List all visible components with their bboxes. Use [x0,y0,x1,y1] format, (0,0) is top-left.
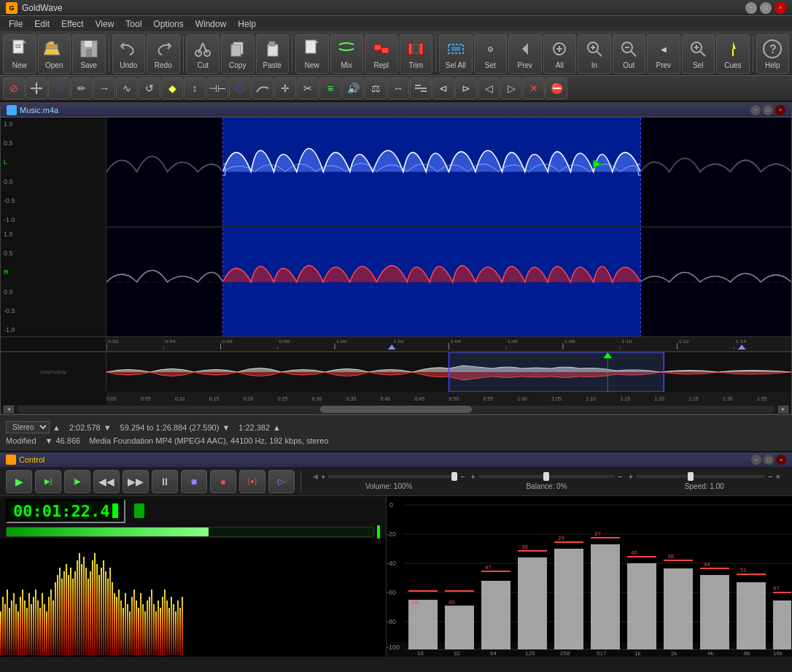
rewind-button[interactable]: ◀◀ [93,470,120,493]
bal-plus[interactable]: + [470,472,475,481]
hscale-button[interactable]: ⊣⊢ [206,77,228,99]
zoomin-button[interactable]: In [578,34,611,74]
cross-button[interactable]: ✛ [274,77,296,99]
mark4-button[interactable]: ▷ [500,77,522,99]
wf-min[interactable]: − [750,105,761,115]
zoomall-button[interactable]: All [543,34,577,74]
env-button[interactable] [252,77,273,99]
help-button[interactable]: ? Help [756,34,790,74]
select-button[interactable]: ○ [48,77,70,99]
wf-max[interactable]: □ [763,105,773,115]
maximize-button[interactable]: □ [760,2,772,14]
block-button[interactable]: ⛔ [546,77,567,99]
fx-button[interactable] [410,77,432,99]
scroll-right[interactable]: ▸ [778,406,788,413]
menu-window[interactable]: Window [190,18,233,31]
vol-minus[interactable]: − [460,472,465,481]
spd-cross[interactable]: × [776,472,780,481]
wf-close[interactable]: × [775,105,785,115]
new2-button[interactable]: New [295,34,329,74]
pencil-button[interactable]: ✏ [71,77,93,99]
record-button[interactable]: ● [210,470,236,493]
mode-button[interactable]: ·▷· [268,470,295,493]
stop-button[interactable]: ■ [181,470,207,493]
move-button[interactable] [26,77,47,99]
bal-button[interactable]: ⚖ [365,77,387,99]
spd-plus[interactable]: + [629,472,633,481]
volume-track[interactable] [328,475,457,478]
stop-all-button[interactable]: ⊘ [3,77,25,99]
play-button[interactable]: ▶ [6,470,32,493]
selall-button[interactable]: Sel All [439,34,473,74]
replace-button[interactable]: Repl [365,34,398,74]
arrow-button[interactable]: → [93,77,115,99]
cut2-button[interactable]: ✂ [297,77,319,99]
close-button[interactable]: × [774,2,786,14]
cursor-dropdown[interactable]: ▲ [273,423,281,432]
duration-dropdown[interactable]: ▼ [104,423,112,432]
prev2-button[interactable]: ◀ Prev [647,34,680,74]
minimize-button[interactable]: − [745,2,757,14]
paste-button[interactable]: Paste [256,34,290,74]
ctrl-min[interactable]: − [751,455,761,465]
mark3-button[interactable]: ◁ [478,77,500,99]
vol-button[interactable]: 🔊 [342,77,364,99]
new-button[interactable]: New [3,34,36,74]
cut-button[interactable]: Cut [186,34,220,74]
trim-button[interactable]: Trim [400,34,433,74]
open-button[interactable]: Open [38,34,71,74]
horizontal-scrollbar[interactable]: ◂ ▸ [1,403,791,414]
scroll-thumb[interactable] [320,406,472,413]
bal-minus[interactable]: − [618,472,622,481]
rotate-button[interactable]: ↺ [139,77,160,99]
mix-button[interactable]: Mix [330,34,364,74]
wave-button[interactable]: ∿ [116,77,138,99]
play-to-end-button[interactable]: |▶ [64,470,90,493]
speed-track[interactable] [636,475,765,478]
mark2-button[interactable]: ⊳ [455,77,477,99]
sample-rate-dropdown[interactable]: ▼ [45,436,53,445]
region-button[interactable]: ⬡ [229,77,251,99]
scroll-left[interactable]: ◂ [4,406,14,413]
record-input-button[interactable]: {●} [239,470,265,493]
vol-left-arrow[interactable]: ◀ [313,473,318,480]
menu-effect[interactable]: Effect [55,18,89,31]
set-button[interactable]: ⚙ Set [474,34,508,74]
sel-button[interactable]: Sel [682,34,715,74]
mark1-button[interactable]: ⊲ [432,77,454,99]
menu-options[interactable]: Options [147,18,189,31]
left-waveform[interactable]: } { [106,117,791,226]
menu-edit[interactable]: Edit [28,18,55,31]
pause-button[interactable]: ⏸ [152,470,178,493]
ctrl-close[interactable]: × [776,455,786,465]
fastforward-button[interactable]: ▶▶ [123,470,149,493]
pan-button[interactable]: ↔ [387,77,409,99]
scroll-track[interactable] [17,406,775,413]
overview-strip[interactable]: overview 0:0 [1,351,791,403]
channel-dropdown[interactable]: Stereo [6,421,50,433]
zoomout-button[interactable]: Out [613,34,646,74]
waveform-display[interactable]: 1.0 0.5 L 0.0 -0.5 -1.0 [1,117,791,336]
redo-button[interactable]: Redo [147,34,180,74]
speed-thumb[interactable] [688,472,694,481]
save-button[interactable]: Save [72,34,106,74]
redx-button[interactable]: ✕ [523,77,545,99]
balance-thumb[interactable] [543,472,549,481]
menu-tool[interactable]: Tool [120,18,147,31]
selection-dropdown[interactable]: ▼ [222,423,230,432]
cursor-button[interactable]: ↕ [184,77,206,99]
volume-thumb[interactable] [451,472,457,481]
balance-track[interactable] [478,475,615,478]
right-waveform[interactable] [106,228,791,336]
menu-file[interactable]: File [3,18,28,31]
vol-plus[interactable]: + [321,472,325,481]
menu-view[interactable]: View [90,18,120,31]
undo-button[interactable]: Undo [112,34,146,74]
shape-button[interactable]: ◆ [161,77,183,99]
prev-button[interactable]: Prev [508,34,542,74]
menu-help[interactable]: Help [232,18,262,31]
spd-minus[interactable]: − [768,472,772,481]
ctrl-max[interactable]: □ [764,455,774,465]
play-selection-button[interactable]: ▶| [35,470,61,493]
eq-button[interactable]: ≡ [319,77,341,99]
